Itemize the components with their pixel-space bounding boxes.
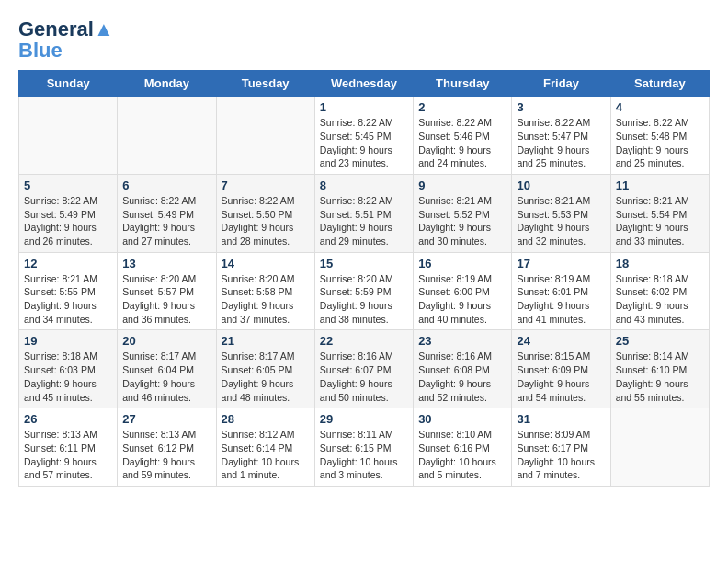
calendar-day: 17Sunrise: 8:19 AMSunset: 6:01 PMDayligh… [512,252,610,330]
calendar-day: 29Sunrise: 8:11 AMSunset: 6:15 PMDayligh… [314,408,413,487]
day-number: 2 [418,100,506,114]
day-number: 15 [320,257,408,270]
day-info: Sunrise: 8:19 AMSunset: 6:01 PMDaylight:… [517,272,605,327]
day-number: 11 [616,178,704,192]
day-info: Sunrise: 8:22 AMSunset: 5:49 PMDaylight:… [24,194,112,248]
calendar-day: 23Sunrise: 8:16 AMSunset: 6:08 PMDayligh… [414,330,512,408]
calendar-day: 21Sunrise: 8:17 AMSunset: 6:05 PMDayligh… [216,330,314,408]
calendar-day: 27Sunrise: 8:13 AMSunset: 6:12 PMDayligh… [118,408,216,487]
day-number: 7 [222,178,310,192]
calendar-day: 28Sunrise: 8:12 AMSunset: 6:14 PMDayligh… [216,408,314,487]
calendar-day: 11Sunrise: 8:21 AMSunset: 5:54 PMDayligh… [610,174,709,252]
calendar-day: 1Sunrise: 8:22 AMSunset: 5:45 PMDaylight… [314,97,413,175]
day-number: 20 [122,334,210,348]
calendar-week-row: 1Sunrise: 8:22 AMSunset: 5:45 PMDaylight… [19,97,710,175]
day-number: 1 [320,100,408,114]
day-info: Sunrise: 8:20 AMSunset: 5:57 PMDaylight:… [122,272,210,327]
calendar-day: 24Sunrise: 8:15 AMSunset: 6:09 PMDayligh… [512,330,610,408]
day-number: 3 [517,100,605,114]
day-info: Sunrise: 8:22 AMSunset: 5:49 PMDaylight:… [122,194,210,248]
calendar-week-row: 12Sunrise: 8:21 AMSunset: 5:55 PMDayligh… [19,252,710,330]
calendar-day: 16Sunrise: 8:19 AMSunset: 6:00 PMDayligh… [414,252,512,330]
logo-blue: Blue [18,40,63,61]
calendar-day: 31Sunrise: 8:09 AMSunset: 6:17 PMDayligh… [512,408,610,487]
day-header-monday: Monday [118,71,216,97]
calendar-day: 26Sunrise: 8:13 AMSunset: 6:11 PMDayligh… [19,408,118,487]
calendar-day: 14Sunrise: 8:20 AMSunset: 5:58 PMDayligh… [216,252,314,330]
day-info: Sunrise: 8:14 AMSunset: 6:10 PMDaylight:… [616,350,704,404]
day-info: Sunrise: 8:22 AMSunset: 5:51 PMDaylight:… [320,194,408,248]
calendar-day: 3Sunrise: 8:22 AMSunset: 5:47 PMDaylight… [512,97,610,175]
day-header-saturday: Saturday [610,71,709,97]
calendar-day: 15Sunrise: 8:20 AMSunset: 5:59 PMDayligh… [314,252,413,330]
calendar-week-row: 19Sunrise: 8:18 AMSunset: 6:03 PMDayligh… [19,330,710,408]
calendar-day: 13Sunrise: 8:20 AMSunset: 5:57 PMDayligh… [118,252,216,330]
calendar-day: 6Sunrise: 8:22 AMSunset: 5:49 PMDaylight… [118,174,216,252]
page-header: General▲ Blue [18,18,710,61]
calendar-day: 25Sunrise: 8:14 AMSunset: 6:10 PMDayligh… [610,330,709,408]
day-number: 16 [418,257,506,270]
day-number: 24 [517,334,605,348]
calendar-day: 7Sunrise: 8:22 AMSunset: 5:50 PMDaylight… [216,174,314,252]
day-info: Sunrise: 8:18 AMSunset: 6:03 PMDaylight:… [24,350,112,404]
day-info: Sunrise: 8:21 AMSunset: 5:55 PMDaylight:… [24,272,112,327]
day-number: 17 [517,257,605,270]
day-info: Sunrise: 8:22 AMSunset: 5:46 PMDaylight:… [418,116,506,170]
day-number: 18 [616,257,704,270]
day-number: 4 [616,100,704,114]
day-number: 9 [418,178,506,192]
day-number: 6 [122,178,210,192]
day-number: 21 [222,334,310,348]
day-info: Sunrise: 8:22 AMSunset: 5:45 PMDaylight:… [320,116,408,170]
day-number: 31 [517,412,605,426]
day-info: Sunrise: 8:21 AMSunset: 5:54 PMDaylight:… [616,194,704,248]
day-number: 8 [320,178,408,192]
calendar-table: SundayMondayTuesdayWednesdayThursdayFrid… [18,70,710,487]
day-header-thursday: Thursday [414,71,512,97]
day-number: 22 [320,334,408,348]
day-info: Sunrise: 8:22 AMSunset: 5:48 PMDaylight:… [616,116,704,170]
calendar-day [19,97,118,175]
day-number: 27 [122,412,210,426]
day-info: Sunrise: 8:10 AMSunset: 6:16 PMDaylight:… [418,428,506,482]
day-number: 5 [24,178,112,192]
calendar-day: 8Sunrise: 8:22 AMSunset: 5:51 PMDaylight… [314,174,413,252]
day-number: 26 [24,412,112,426]
day-number: 28 [222,412,310,426]
day-number: 29 [320,412,408,426]
calendar-day: 20Sunrise: 8:17 AMSunset: 6:04 PMDayligh… [118,330,216,408]
day-number: 25 [616,334,704,348]
calendar-day: 19Sunrise: 8:18 AMSunset: 6:03 PMDayligh… [19,330,118,408]
calendar-day: 12Sunrise: 8:21 AMSunset: 5:55 PMDayligh… [19,252,118,330]
day-info: Sunrise: 8:15 AMSunset: 6:09 PMDaylight:… [517,350,605,404]
day-number: 12 [24,257,112,270]
day-number: 23 [418,334,506,348]
day-number: 10 [517,178,605,192]
day-info: Sunrise: 8:13 AMSunset: 6:12 PMDaylight:… [122,428,210,482]
calendar-week-row: 26Sunrise: 8:13 AMSunset: 6:11 PMDayligh… [19,408,710,487]
day-info: Sunrise: 8:18 AMSunset: 6:02 PMDaylight:… [616,272,704,327]
day-info: Sunrise: 8:11 AMSunset: 6:15 PMDaylight:… [320,428,408,482]
day-info: Sunrise: 8:21 AMSunset: 5:52 PMDaylight:… [418,194,506,248]
day-info: Sunrise: 8:20 AMSunset: 5:58 PMDaylight:… [222,272,310,327]
day-header-friday: Friday [512,71,610,97]
day-number: 14 [222,257,310,270]
calendar-day: 4Sunrise: 8:22 AMSunset: 5:48 PMDaylight… [610,97,709,175]
day-info: Sunrise: 8:21 AMSunset: 5:53 PMDaylight:… [517,194,605,248]
day-info: Sunrise: 8:19 AMSunset: 6:00 PMDaylight:… [418,272,506,327]
calendar-day: 22Sunrise: 8:16 AMSunset: 6:07 PMDayligh… [314,330,413,408]
day-info: Sunrise: 8:22 AMSunset: 5:47 PMDaylight:… [517,116,605,170]
calendar-day [216,97,314,175]
calendar-day: 10Sunrise: 8:21 AMSunset: 5:53 PMDayligh… [512,174,610,252]
day-number: 30 [418,412,506,426]
day-header-tuesday: Tuesday [216,71,314,97]
calendar-header-row: SundayMondayTuesdayWednesdayThursdayFrid… [19,71,710,97]
day-info: Sunrise: 8:16 AMSunset: 6:07 PMDaylight:… [320,350,408,404]
calendar-day: 30Sunrise: 8:10 AMSunset: 6:16 PMDayligh… [414,408,512,487]
logo: General▲ Blue [18,18,114,61]
day-info: Sunrise: 8:22 AMSunset: 5:50 PMDaylight:… [222,194,310,248]
calendar-day [610,408,709,487]
day-info: Sunrise: 8:09 AMSunset: 6:17 PMDaylight:… [517,428,605,482]
calendar-day: 2Sunrise: 8:22 AMSunset: 5:46 PMDaylight… [414,97,512,175]
day-info: Sunrise: 8:17 AMSunset: 6:05 PMDaylight:… [222,350,310,404]
